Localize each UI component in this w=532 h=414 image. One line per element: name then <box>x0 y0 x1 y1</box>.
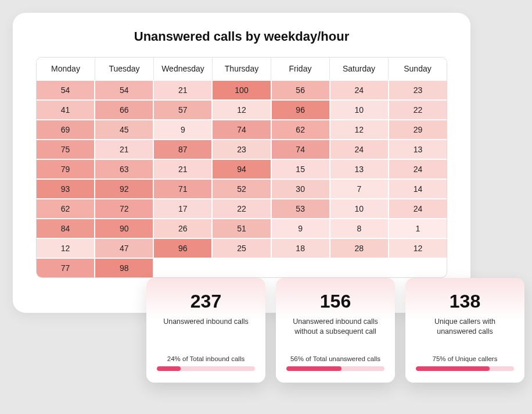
heatmap-row: 84902651981 <box>37 218 447 238</box>
heatmap-cell: 18 <box>272 238 330 258</box>
stat-card: 156Unanswered inbound calls without a su… <box>276 278 395 383</box>
heatmap-cell: 47 <box>95 238 154 258</box>
heatmap-header-cell: Saturday <box>330 58 389 80</box>
heatmap-cell: 1 <box>389 218 447 238</box>
heatmap-cell: 98 <box>95 258 154 277</box>
heatmap-cell: 12 <box>389 238 447 258</box>
heatmap-cell: 24 <box>330 139 389 159</box>
stat-footer: 24% of Total inbound calls <box>167 355 245 362</box>
heatmap-cell: 28 <box>330 238 389 258</box>
heatmap-cell: 66 <box>95 99 154 119</box>
heatmap-row: 7798 <box>37 258 447 277</box>
heatmap-cell: 69 <box>37 119 95 139</box>
heatmap-cell: 15 <box>272 159 330 179</box>
heatmap-cell: 41 <box>37 99 95 119</box>
heatmap-header-cell: Friday <box>271 58 330 80</box>
heatmap-cell: 96 <box>154 238 213 258</box>
stat-progress-bar <box>286 366 384 371</box>
stat-progress-bar <box>157 366 255 371</box>
heatmap-header-cell: Sunday <box>389 58 447 80</box>
stat-value: 156 <box>320 291 351 312</box>
stat-label: Unique callers with unanswered calls <box>416 317 514 337</box>
stat-progress-bar <box>416 366 514 371</box>
heatmap-cell: 94 <box>213 159 271 179</box>
heatmap-cell: 62 <box>37 198 95 218</box>
heatmap-cell: 57 <box>154 99 213 119</box>
heatmap-row: 79632194151324 <box>37 159 447 179</box>
heatmap-cell: 24 <box>389 159 447 179</box>
stat-label: Unanswered inbound calls <box>163 317 249 337</box>
heatmap-cell: 56 <box>272 80 330 99</box>
heatmap: MondayTuesdayWednesdayThursdayFridaySatu… <box>36 57 447 278</box>
heatmap-cell: 12 <box>330 119 389 139</box>
heatmap-cell: 21 <box>154 80 213 99</box>
chart-title: Unanswered calls by weekday/hour <box>36 29 447 44</box>
heatmap-cell: 71 <box>154 179 213 198</box>
heatmap-cell: 75 <box>37 139 95 159</box>
heatmap-cell: 96 <box>272 99 330 119</box>
heatmap-cell: 72 <box>95 198 154 218</box>
heatmap-cell: 22 <box>213 198 271 218</box>
heatmap-cell: 53 <box>272 198 330 218</box>
heatmap-cell: 54 <box>37 80 95 99</box>
heatmap-cell: 26 <box>154 218 213 238</box>
heatmap-cell: 24 <box>330 80 389 99</box>
heatmap-cell: 93 <box>37 179 95 198</box>
heatmap-header-cell: Monday <box>37 58 95 80</box>
heatmap-cell: 17 <box>154 198 213 218</box>
heatmap-cell: 23 <box>213 139 271 159</box>
heatmap-cell: 10 <box>330 99 389 119</box>
heatmap-cell: 24 <box>389 198 447 218</box>
heatmap-row: 545421100562423 <box>37 80 447 99</box>
stat-value: 138 <box>450 291 480 312</box>
heatmap-row: 62721722531024 <box>37 198 447 218</box>
heatmap-cell: 13 <box>389 139 447 159</box>
stat-value: 237 <box>190 291 221 312</box>
stat-label: Unanswered inbound calls without a subse… <box>286 317 384 337</box>
heatmap-cell: 14 <box>389 179 447 198</box>
heatmap-cell: 87 <box>154 139 213 159</box>
stat-cards-row: 237Unanswered inbound calls24% of Total … <box>146 278 524 383</box>
heatmap-cell: 62 <box>272 119 330 139</box>
heatmap-cell: 30 <box>272 179 330 198</box>
heatmap-cell: 21 <box>95 139 154 159</box>
heatmap-cell: 8 <box>330 218 389 238</box>
heatmap-row: 6945974621229 <box>37 119 447 139</box>
heatmap-cell: 23 <box>389 80 447 99</box>
stat-footer: 75% of Unique callers <box>433 355 498 362</box>
stat-footer: 56% of Total unanswered calls <box>290 355 380 362</box>
heatmap-row: 75218723742413 <box>37 139 447 159</box>
heatmap-cell: 63 <box>95 159 154 179</box>
stat-progress-fill <box>416 366 490 371</box>
heatmap-cell: 22 <box>389 99 447 119</box>
heatmap-cell: 45 <box>95 119 154 139</box>
heatmap-cell: 100 <box>213 80 271 99</box>
heatmap-cell: 10 <box>330 198 389 218</box>
heatmap-cell: 12 <box>37 238 95 258</box>
heatmap-cell: 74 <box>213 119 271 139</box>
heatmap-header-cell: Thursday <box>213 58 271 80</box>
heatmap-cell: 52 <box>213 179 271 198</box>
heatmap-cell: 92 <box>95 179 154 198</box>
heatmap-cell: 12 <box>213 99 271 119</box>
heatmap-cell: 9 <box>154 119 213 139</box>
heatmap-row: 9392715230714 <box>37 179 447 198</box>
heatmap-cell: 29 <box>389 119 447 139</box>
heatmap-cell: 84 <box>37 218 95 238</box>
heatmap-cell: 13 <box>330 159 389 179</box>
heatmap-cell: 21 <box>154 159 213 179</box>
heatmap-row: 12479625182812 <box>37 238 447 258</box>
stat-card: 237Unanswered inbound calls24% of Total … <box>146 278 265 383</box>
stat-card: 138Unique callers with unanswered calls7… <box>405 278 524 383</box>
heatmap-cell: 51 <box>213 218 271 238</box>
heatmap-cell: 79 <box>37 159 95 179</box>
heatmap-cell: 74 <box>272 139 330 159</box>
heatmap-header-cell: Tuesday <box>95 58 154 80</box>
heatmap-header-cell: Wednesday <box>154 58 213 80</box>
heatmap-cell: 77 <box>37 258 95 277</box>
heatmap-cell: 90 <box>95 218 154 238</box>
stat-progress-fill <box>286 366 342 371</box>
heatmap-cell: 54 <box>95 80 154 99</box>
heatmap-cell: 7 <box>330 179 389 198</box>
stat-progress-fill <box>157 366 181 371</box>
